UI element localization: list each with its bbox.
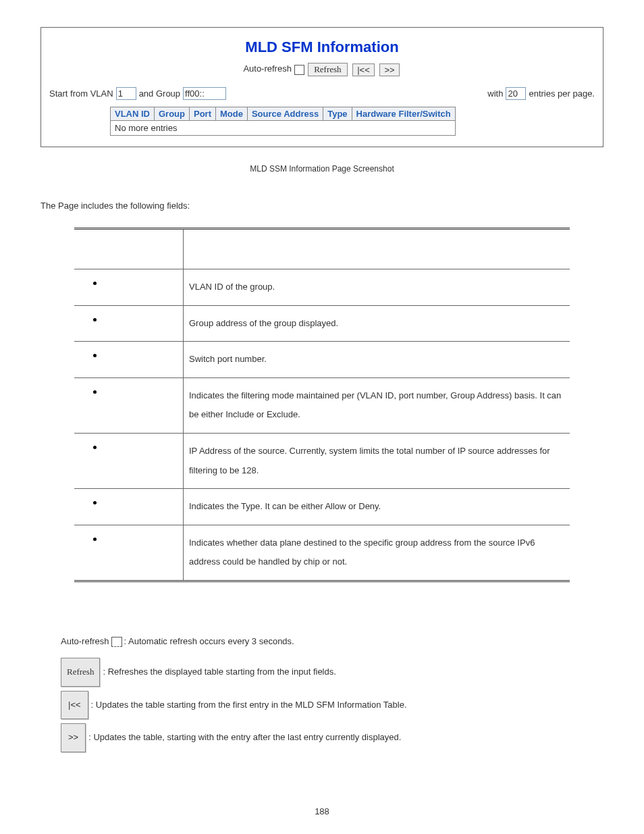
with-label: with [487,88,503,99]
page-number: 188 [41,806,603,816]
refresh-button-icon: Refresh [61,658,100,686]
controls-row: Auto-refresh Refresh |<< >> [49,63,595,76]
bullet-icon [93,390,97,394]
bullet-icon [93,354,97,357]
auto-refresh-prefix: Auto-refresh [61,629,109,654]
page-title: MLD SFM Information [49,38,595,56]
fields-intro: The Page includes the following fields: [41,201,603,211]
first-desc: : Updates the table starting from the fi… [91,693,407,717]
group-input[interactable]: ff00:: [183,87,226,100]
perpage-input[interactable]: 20 [506,87,526,100]
field-row: Indicates the filtering mode maintained … [74,377,570,433]
field-row: Indicates whether data plane destined to… [74,525,570,581]
no-entries-cell: No more entries [111,121,456,136]
screenshot-caption: MLD SSM Information Page Screenshot [41,164,603,174]
buttons-section: Auto-refresh : Automatic refresh occurs … [61,629,583,752]
field-row: VLAN ID of the group. [74,269,570,306]
bullet-icon [93,318,97,321]
group-label: and Group [139,88,180,99]
col-group: Group [155,107,190,121]
col-source: Source Address [247,107,323,121]
auto-refresh-desc: : Automatic refresh occurs every 3 secon… [124,629,294,654]
field-row: Group address of the group displayed. [74,305,570,342]
vlan-input[interactable]: 1 [116,87,136,100]
auto-refresh-checkbox[interactable] [294,65,304,75]
fields-header-row [74,229,570,269]
auto-refresh-label: Auto-refresh [243,63,292,74]
refresh-button[interactable]: Refresh [308,63,347,76]
bullet-icon [93,446,97,449]
screenshot-panel: MLD SFM Information Auto-refresh Refresh… [41,27,603,147]
first-button-icon: |<< [61,691,88,719]
field-desc: Switch port number. [184,342,570,378]
field-desc: Group address of the group displayed. [184,305,570,342]
field-row: Switch port number. [74,342,570,378]
col-hw: Hardware Filter/Switch [352,107,455,121]
col-mode: Mode [216,107,248,121]
field-desc: VLAN ID of the group. [184,269,570,306]
no-entries-row: No more entries [111,121,456,136]
fields-table: VLAN ID of the group. Group address of t… [74,228,570,582]
bullet-icon [93,501,97,504]
col-type: Type [323,107,352,121]
field-desc: Indicates the filtering mode maintained … [184,377,570,433]
table-header-row: VLAN ID Group Port Mode Source Address T… [111,107,456,121]
bullet-icon [93,538,97,541]
field-row: IP Address of the source. Currently, sys… [74,433,570,488]
next-button-icon: >> [61,723,86,752]
field-row: Indicates the Type. It can be either All… [74,489,570,525]
first-page-button[interactable]: |<< [352,63,375,76]
sfm-table: VLAN ID Group Port Mode Source Address T… [110,107,456,136]
checkbox-icon [111,637,122,647]
col-vlanid: VLAN ID [111,107,155,121]
filter-row: Start from VLAN 1 and Group ff00:: with … [49,87,595,100]
perpage-label: entries per page. [529,88,595,99]
start-vlan-label: Start from VLAN [49,88,113,99]
refresh-desc: : Refreshes the displayed table starting… [103,660,336,684]
next-desc: : Updates the table, starting with the e… [88,725,401,750]
col-port: Port [190,107,216,121]
next-page-button[interactable]: >> [379,63,399,76]
field-desc: Indicates whether data plane destined to… [184,525,570,581]
field-desc: IP Address of the source. Currently, sys… [184,433,570,488]
bullet-icon [93,282,97,285]
field-desc: Indicates the Type. It can be either All… [184,489,570,525]
